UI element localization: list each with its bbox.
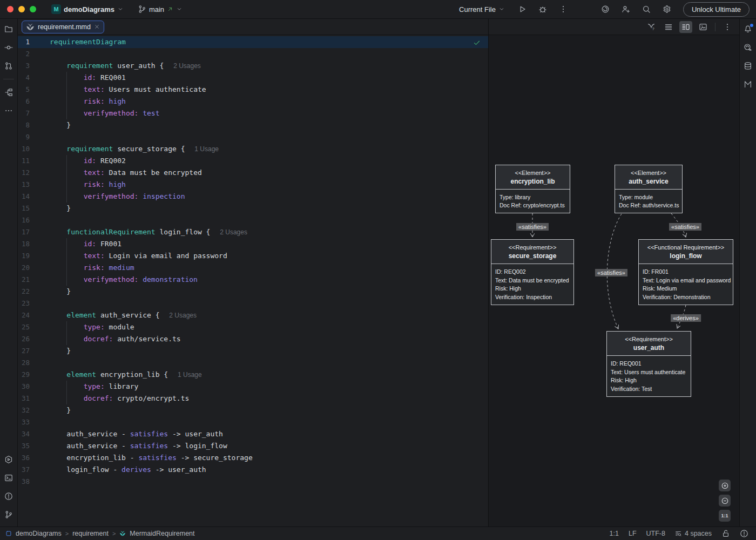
code-line-36[interactable]: 36 encryption_lib - satisfies -> secure_… bbox=[18, 452, 488, 464]
line-number[interactable]: 3 bbox=[18, 60, 30, 72]
code-line-7[interactable]: 7 verifymethod: test bbox=[18, 107, 488, 119]
lock-open-icon[interactable] bbox=[721, 529, 730, 538]
close-window-button[interactable] bbox=[7, 6, 14, 12]
line-ending-widget[interactable]: LF bbox=[629, 530, 637, 537]
settings-button[interactable] bbox=[660, 3, 673, 16]
code-line-35[interactable]: 35 auth_service - satisfies -> login_flo… bbox=[18, 440, 488, 452]
line-number[interactable]: 20 bbox=[18, 262, 30, 274]
ai-assistant-button[interactable] bbox=[599, 3, 612, 16]
code-line-9[interactable]: 9 bbox=[18, 131, 488, 143]
line-number[interactable]: 23 bbox=[18, 298, 30, 309]
line-number[interactable]: 24 bbox=[18, 309, 30, 321]
zoom-out-button[interactable] bbox=[719, 495, 731, 507]
run-button[interactable] bbox=[516, 3, 529, 16]
line-number[interactable]: 34 bbox=[18, 428, 30, 440]
code-line-31[interactable]: 31 docref: crypto/encrypt.ts bbox=[18, 393, 488, 404]
line-number[interactable]: 27 bbox=[18, 345, 30, 357]
line-number[interactable]: 22 bbox=[18, 286, 30, 298]
terminal-tool-button[interactable] bbox=[2, 471, 15, 484]
code-line-8[interactable]: 8 } bbox=[18, 119, 488, 131]
ai-chat-tool-button[interactable] bbox=[741, 41, 754, 54]
line-number[interactable]: 16 bbox=[18, 214, 30, 226]
usages-inlay-hint[interactable]: 2 Usages bbox=[220, 226, 247, 238]
code-line-37[interactable]: 37 login_flow - derives -> user_auth bbox=[18, 464, 488, 476]
line-number[interactable]: 14 bbox=[18, 191, 30, 202]
usages-inlay-hint[interactable]: 2 Usages bbox=[169, 309, 197, 321]
code-line-13[interactable]: 13 risk: high bbox=[18, 179, 488, 191]
line-number[interactable]: 33 bbox=[18, 416, 30, 428]
code-line-3[interactable]: 3 requirement user_auth { 2 Usages bbox=[18, 60, 488, 72]
code-line-12[interactable]: 12 text: Data must be encrypted bbox=[18, 167, 488, 179]
line-number[interactable]: 36 bbox=[18, 452, 30, 464]
code-line-5[interactable]: 5 text: Users must authenticate bbox=[18, 84, 488, 96]
usages-inlay-hint[interactable]: 1 Usage bbox=[178, 369, 202, 381]
code-line-34[interactable]: 34 auth_service - satisfies -> user_auth bbox=[18, 428, 488, 440]
diagram-node-auth_service[interactable]: <<Element>>auth_serviceType: moduleDoc R… bbox=[615, 165, 683, 213]
inspections-widget-icon[interactable] bbox=[740, 529, 748, 538]
line-number[interactable]: 19 bbox=[18, 250, 30, 262]
project-selector[interactable]: M demoDiagrams bbox=[48, 3, 127, 16]
line-number[interactable]: 17 bbox=[18, 226, 30, 238]
search-everywhere-button[interactable] bbox=[640, 3, 653, 16]
line-number[interactable]: 6 bbox=[18, 96, 30, 107]
minimize-window-button[interactable] bbox=[18, 6, 25, 12]
database-tool-button[interactable] bbox=[741, 59, 754, 72]
line-number[interactable]: 10 bbox=[18, 143, 30, 155]
breadcrumb-folder[interactable]: requirement bbox=[72, 530, 109, 537]
indent-widget[interactable]: 4 spaces bbox=[675, 530, 712, 537]
caret-position-widget[interactable]: 1:1 bbox=[610, 530, 619, 537]
line-number[interactable]: 37 bbox=[18, 464, 30, 476]
code-line-25[interactable]: 25 type: module bbox=[18, 321, 488, 333]
code-line-22[interactable]: 22 } bbox=[18, 286, 488, 298]
line-number[interactable]: 21 bbox=[18, 274, 30, 286]
project-tool-button[interactable] bbox=[2, 23, 15, 36]
code-line-15[interactable]: 15 } bbox=[18, 202, 488, 214]
usages-inlay-hint[interactable]: 2 Usages bbox=[173, 60, 201, 72]
code-line-30[interactable]: 30 type: library bbox=[18, 381, 488, 393]
tab-requirement-mmd[interactable]: requirement.mmd bbox=[22, 21, 104, 33]
code-line-28[interactable]: 28 bbox=[18, 357, 488, 369]
code-line-16[interactable]: 16 bbox=[18, 214, 488, 226]
unlock-ultimate-button[interactable]: Unlock Ultimate bbox=[683, 2, 750, 17]
code-line-24[interactable]: 24 element auth_service { 2 Usages bbox=[18, 309, 488, 321]
editor-only-view-button[interactable] bbox=[662, 21, 675, 33]
mermaid-tool-button[interactable] bbox=[741, 78, 754, 91]
line-number[interactable]: 32 bbox=[18, 404, 30, 416]
diagram-node-user_auth[interactable]: <<Requirement>>user_authID: REQ001Text: … bbox=[606, 331, 691, 397]
branch-selector[interactable]: main bbox=[134, 3, 186, 15]
pull-requests-tool-button[interactable] bbox=[2, 59, 15, 72]
line-number[interactable]: 4 bbox=[18, 72, 30, 84]
notifications-button[interactable] bbox=[741, 23, 754, 36]
preview-only-view-button[interactable] bbox=[697, 21, 710, 33]
breadcrumb-file[interactable]: MermaidRequirement bbox=[130, 530, 194, 537]
editor-preview-split-button[interactable] bbox=[679, 21, 692, 33]
code-line-29[interactable]: 29 element encryption_lib { 1 Usage bbox=[18, 369, 488, 381]
diagram-node-login_flow[interactable]: <<Functional Requirement>>login_flowID: … bbox=[638, 239, 733, 305]
close-tab-button[interactable] bbox=[94, 24, 100, 30]
services-tool-button[interactable] bbox=[2, 453, 15, 466]
code-line-2[interactable]: 2 bbox=[18, 48, 488, 60]
line-number[interactable]: 26 bbox=[18, 333, 30, 345]
line-number[interactable]: 29 bbox=[18, 369, 30, 381]
breadcrumb-project[interactable]: demoDiagrams bbox=[16, 530, 62, 537]
code-line-14[interactable]: 14 verifymethod: inspection bbox=[18, 191, 488, 202]
more-actions-button[interactable] bbox=[557, 3, 570, 16]
code-line-33[interactable]: 33 bbox=[18, 416, 488, 428]
version-control-tool-button[interactable] bbox=[2, 508, 15, 521]
code-line-6[interactable]: 6 risk: high bbox=[18, 96, 488, 107]
code-line-21[interactable]: 21 verifymethod: demonstration bbox=[18, 274, 488, 286]
diagram-settings-button[interactable]: ? bbox=[645, 21, 658, 33]
line-number[interactable]: 25 bbox=[18, 321, 30, 333]
line-number[interactable]: 30 bbox=[18, 381, 30, 393]
code-with-me-button[interactable] bbox=[619, 3, 632, 16]
maximize-window-button[interactable] bbox=[30, 6, 36, 12]
code-line-23[interactable]: 23 bbox=[18, 298, 488, 309]
line-number[interactable]: 28 bbox=[18, 357, 30, 369]
code-editor[interactable]: 1requirementDiagram23 requirement user_a… bbox=[18, 35, 488, 526]
line-number[interactable]: 35 bbox=[18, 440, 30, 452]
code-line-20[interactable]: 20 risk: medium bbox=[18, 262, 488, 274]
line-number[interactable]: 8 bbox=[18, 119, 30, 131]
code-line-38[interactable]: 38 bbox=[18, 476, 488, 488]
problems-tool-button[interactable] bbox=[2, 490, 15, 503]
line-number[interactable]: 7 bbox=[18, 107, 30, 119]
